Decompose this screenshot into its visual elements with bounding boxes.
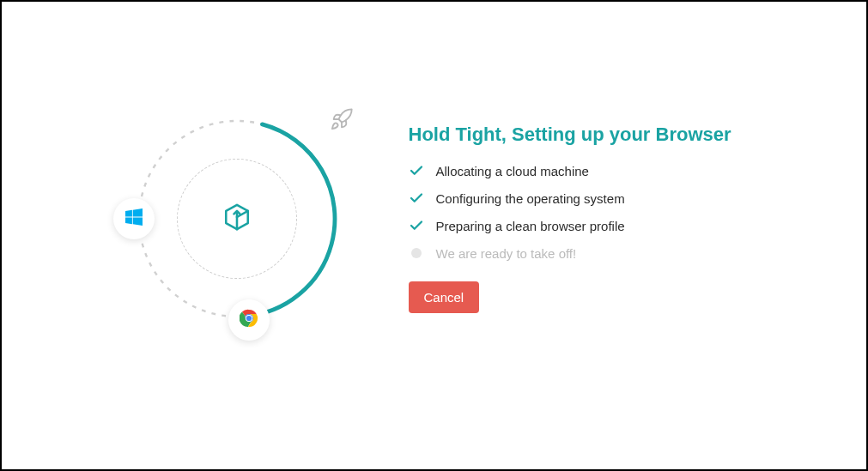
step-label: Preparing a clean browser profile: [436, 219, 625, 233]
step-item: Preparing a clean browser profile: [409, 218, 735, 233]
chrome-icon: [240, 309, 258, 331]
pending-dot-icon: [409, 245, 424, 261]
step-item: Allocating a cloud machine: [409, 163, 735, 178]
rocket-icon: [330, 107, 354, 135]
os-badge: [113, 198, 155, 239]
check-icon: [409, 190, 424, 206]
browser-badge: [228, 299, 270, 341]
loading-visual: [134, 116, 340, 322]
step-label: Allocating a cloud machine: [436, 164, 589, 178]
check-icon: [409, 218, 424, 233]
svg-point-7: [246, 315, 251, 320]
app-logo-icon: [222, 202, 252, 235]
step-item: Configuring the operating system: [409, 190, 735, 206]
check-icon: [409, 163, 424, 178]
setup-steps-list: Allocating a cloud machine Configuring t…: [409, 163, 735, 261]
step-label: Configuring the operating system: [436, 191, 625, 206]
heading: Hold Tight, Setting up your Browser: [409, 124, 735, 146]
step-item: We are ready to take off!: [409, 245, 735, 261]
step-label: We are ready to take off!: [436, 246, 577, 261]
cancel-button[interactable]: Cancel: [409, 281, 480, 313]
windows-icon: [125, 208, 143, 229]
